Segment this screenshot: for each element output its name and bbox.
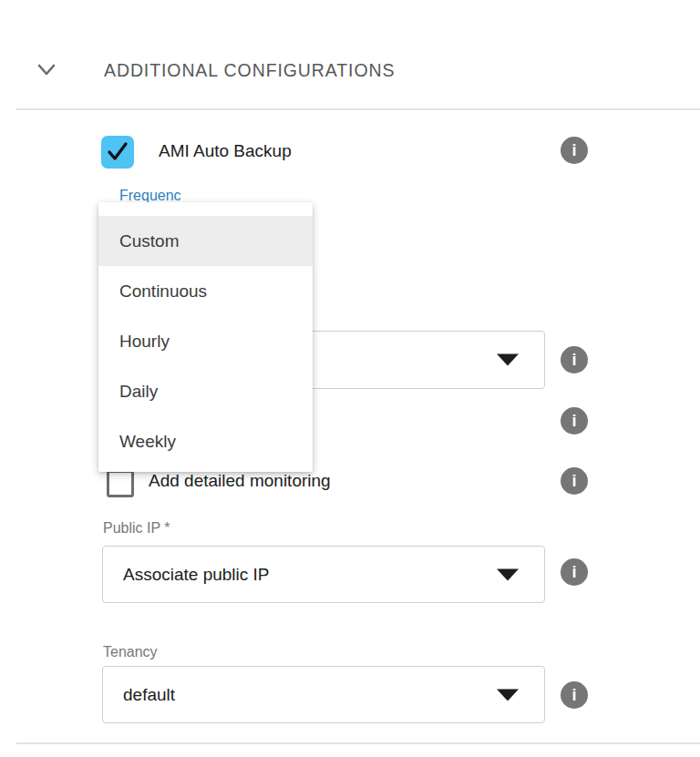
public-ip-value: Associate public IP xyxy=(123,565,270,585)
section-title: ADDITIONAL CONFIGURATIONS xyxy=(104,60,395,81)
ami-auto-backup-checkbox[interactable] xyxy=(101,136,134,169)
chevron-down-icon[interactable] xyxy=(35,57,58,81)
divider xyxy=(16,742,700,744)
public-ip-select[interactable]: Associate public IP xyxy=(102,546,545,603)
ami-auto-backup-label: AMI Auto Backup xyxy=(159,141,292,161)
divider xyxy=(16,108,700,110)
detailed-monitoring-checkbox[interactable] xyxy=(107,470,134,497)
tenancy-label: Tenancy xyxy=(103,644,158,660)
info-icon[interactable]: i xyxy=(561,137,588,164)
menu-item-continuous[interactable]: Continuous xyxy=(98,266,313,316)
detailed-monitoring-label: Add detailed monitoring xyxy=(149,471,331,491)
info-icon[interactable]: i xyxy=(561,346,588,373)
tenancy-select[interactable]: default xyxy=(102,666,545,723)
menu-item-custom[interactable]: Custom xyxy=(98,216,313,266)
frequency-dropdown-menu: Custom Continuous Hourly Daily Weekly xyxy=(98,202,313,472)
info-icon[interactable]: i xyxy=(561,467,588,495)
tenancy-value: default xyxy=(123,685,175,705)
caret-down-icon xyxy=(497,354,519,366)
info-icon[interactable]: i xyxy=(561,558,588,586)
info-icon[interactable]: i xyxy=(561,407,588,435)
caret-down-icon xyxy=(497,568,519,580)
menu-item-weekly[interactable]: Weekly xyxy=(98,416,313,466)
menu-item-hourly[interactable]: Hourly xyxy=(98,316,313,366)
info-icon[interactable]: i xyxy=(561,681,588,709)
checkmark-icon xyxy=(104,138,131,166)
public-ip-label: Public IP * xyxy=(103,520,170,537)
menu-item-daily[interactable]: Daily xyxy=(98,366,313,416)
caret-down-icon xyxy=(497,689,519,701)
